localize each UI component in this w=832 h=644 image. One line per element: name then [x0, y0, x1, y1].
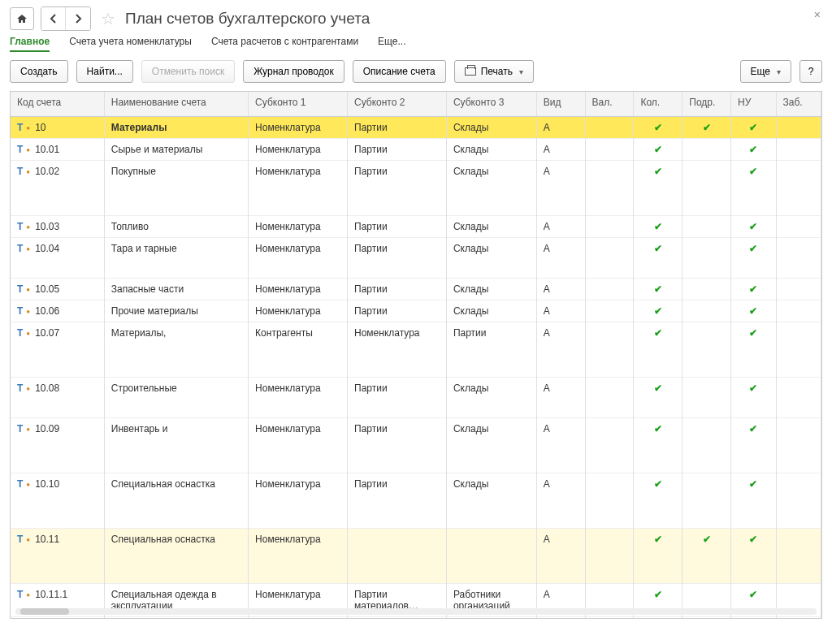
cell-dept — [682, 278, 731, 300]
tab-more[interactable]: Еще... — [378, 36, 405, 52]
tab-main[interactable]: Главное — [10, 36, 50, 52]
cell-kind: А — [536, 473, 585, 528]
check-icon: ✔ — [738, 423, 769, 434]
check-icon: ✔ — [738, 589, 769, 600]
cell-cur — [585, 616, 634, 619]
cell-nu: ✔ — [731, 278, 776, 300]
table-row[interactable]: T●10.04Тара и тарныеНоменклатураПартииСк… — [11, 237, 821, 278]
cell-qty: ✔ — [634, 116, 682, 138]
scrollbar-thumb[interactable] — [20, 608, 69, 615]
col-dept[interactable]: Подр. — [682, 92, 731, 116]
cell-sub2: Партии — [348, 138, 447, 160]
create-button[interactable]: Создать — [10, 60, 68, 83]
account-icon: T — [17, 243, 23, 254]
cell-sub1: Номенклатура — [249, 138, 348, 160]
cell-sub3: Склады — [446, 215, 536, 237]
account-icon: T — [17, 478, 23, 490]
table-row[interactable]: T●10.11Специальная оснасткаНоменклатураА… — [11, 528, 821, 583]
cell-name: Запасные части — [104, 278, 248, 300]
cell-code: T●10.06 — [11, 300, 104, 322]
find-button[interactable]: Найти... — [76, 60, 133, 83]
check-icon: ✔ — [738, 166, 769, 177]
cell-code: T●10.05 — [11, 278, 104, 300]
cell-sub2: Партии — [348, 300, 447, 322]
cell-sub3: Склады — [446, 417, 536, 473]
col-off[interactable]: Заб. — [776, 92, 821, 116]
cell-sub1: Номенклатура — [249, 116, 348, 138]
cell-off — [776, 616, 821, 619]
cell-sub1: Номенклатура — [249, 616, 348, 619]
table-row[interactable]: T●10МатериалыНоменклатураПартииСкладыА✔✔… — [11, 116, 821, 138]
cell-nu: ✔ — [731, 138, 776, 160]
favorite-star-icon[interactable]: ☆ — [101, 9, 115, 28]
col-sub2[interactable]: Субконто 2 — [348, 92, 447, 116]
table-row[interactable]: T●10.07Материалы,КонтрагентыНоменклатура… — [11, 322, 821, 377]
account-dot-icon: ● — [26, 330, 30, 337]
cell-sub3: Склады — [446, 300, 536, 322]
cell-kind: А — [536, 616, 585, 619]
col-sub1[interactable]: Субконто 1 — [249, 92, 348, 116]
check-icon: ✔ — [738, 383, 769, 394]
col-code[interactable]: Код счета — [11, 92, 104, 116]
cell-sub1: Контрагенты — [249, 322, 348, 377]
help-button[interactable]: ? — [800, 60, 822, 83]
table-row[interactable]: T●10.08СтроительныеНоменклатураПартииСкл… — [11, 377, 821, 417]
cell-kind: А — [536, 116, 585, 138]
cell-sub1: Номенклатура — [249, 215, 348, 237]
table-row[interactable]: T●10.03ТопливоНоменклатураПартииСкладыА✔… — [11, 215, 821, 237]
horizontal-scrollbar[interactable] — [15, 608, 817, 615]
account-icon: T — [17, 144, 23, 155]
accounts-table[interactable]: Код счета Наименование счета Субконто 1 … — [11, 92, 821, 619]
cell-name: Инвентарь и — [104, 417, 248, 473]
table-row[interactable]: T●10.05Запасные частиНоменклатураПартииС… — [11, 278, 821, 300]
cell-nu: ✔ — [731, 160, 776, 215]
table-row[interactable]: T●10.06Прочие материалыНоменклатураПарти… — [11, 300, 821, 322]
col-qty[interactable]: Кол. — [634, 92, 682, 116]
account-dot-icon: ● — [26, 385, 30, 392]
close-button[interactable]: × — [814, 8, 821, 21]
cell-dept — [682, 473, 731, 528]
table-row[interactable]: T●10.10Специальная оснасткаНоменклатураП… — [11, 473, 821, 528]
account-dot-icon: ● — [26, 536, 30, 543]
col-name[interactable]: Наименование счета — [104, 92, 248, 116]
cell-dept — [682, 377, 731, 417]
table-row[interactable]: T●10.01Сырье и материалыНоменклатураПарт… — [11, 138, 821, 160]
cell-sub3: Склады — [446, 160, 536, 215]
tab-nomenclature[interactable]: Счета учета номенклатуры — [69, 36, 192, 52]
cell-off — [776, 116, 821, 138]
journal-button[interactable]: Журнал проводок — [243, 60, 344, 83]
cell-code: T●10.08 — [11, 377, 104, 417]
home-button[interactable] — [10, 7, 34, 30]
more-button[interactable]: Еще ▾ — [740, 60, 791, 83]
forward-button[interactable] — [66, 7, 90, 30]
cell-dept — [682, 237, 731, 278]
cell-code: T●10.03 — [11, 215, 104, 237]
table-row[interactable]: T●10.11.2Специальная оснасткаНоменклатур… — [11, 616, 821, 619]
check-icon: ✔ — [689, 534, 724, 545]
chevron-down-icon: ▾ — [519, 67, 523, 76]
cell-sub2 — [348, 616, 447, 619]
cell-qty: ✔ — [634, 417, 682, 473]
col-nu[interactable]: НУ — [731, 92, 776, 116]
cell-sub3: Склады — [446, 116, 536, 138]
col-cur[interactable]: Вал. — [585, 92, 634, 116]
cell-sub2: Партии — [348, 377, 447, 417]
cell-name: Специальная оснастка — [104, 616, 248, 619]
cell-cur — [585, 237, 634, 278]
table-row[interactable]: T●10.09Инвентарь иНоменклатураПартииСкла… — [11, 417, 821, 473]
cell-qty: ✔ — [634, 377, 682, 417]
tab-contractors[interactable]: Счета расчетов с контрагентами — [211, 36, 358, 52]
cell-code: T●10.10 — [11, 473, 104, 528]
table-row[interactable]: T●10.02ПокупныеНоменклатураПартииСкладыА… — [11, 160, 821, 215]
description-button[interactable]: Описание счета — [353, 60, 446, 83]
arrow-right-icon — [73, 14, 83, 24]
more-label: Еще — [751, 66, 770, 77]
col-sub3[interactable]: Субконто 3 — [446, 92, 536, 116]
account-dot-icon: ● — [26, 146, 30, 153]
print-button[interactable]: Печать ▾ — [454, 60, 534, 83]
cell-sub1: Номенклатура — [249, 417, 348, 473]
cell-off — [776, 417, 821, 473]
check-icon: ✔ — [640, 122, 675, 133]
back-button[interactable] — [41, 7, 66, 30]
col-kind[interactable]: Вид — [536, 92, 585, 116]
